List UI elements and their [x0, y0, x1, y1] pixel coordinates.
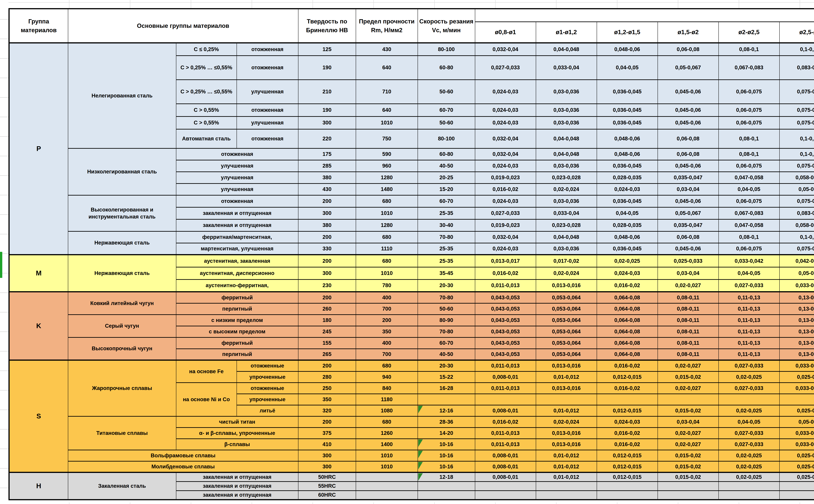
- cell-cutting-speed-vc[interactable]: 60-70: [418, 337, 475, 349]
- cell-feed-2[interactable]: 0,036-0,045: [597, 80, 658, 104]
- cell-strength-rm[interactable]: 1400: [356, 439, 418, 450]
- cell-feed-5[interactable]: 0,075-0,12: [780, 80, 814, 104]
- cell-feed-0[interactable]: 0,024-0,03: [475, 80, 536, 104]
- cell-strength-rm[interactable]: 400: [356, 292, 418, 303]
- cell-hardness-hb[interactable]: 320: [298, 405, 356, 416]
- cell-feed-4[interactable]: 0,06-0,075: [719, 160, 780, 172]
- cell-hardness-hb[interactable]: 155: [298, 337, 356, 349]
- cell-feed-2[interactable]: 0,012-0,015: [597, 472, 658, 482]
- group-letter-k[interactable]: K: [9, 292, 68, 360]
- cell-hardness-hb[interactable]: 280: [298, 371, 356, 383]
- cell-feed-1[interactable]: 0,01-0,012: [536, 461, 597, 472]
- cell-hardness-hb[interactable]: 55HRC: [298, 482, 356, 491]
- material-state[interactable]: улучшенная: [237, 116, 298, 129]
- cell-feed-3[interactable]: 0,08-0,11: [658, 303, 719, 315]
- cell-feed-3[interactable]: 0,08-0,11: [658, 326, 719, 337]
- cell-feed-2[interactable]: [597, 491, 658, 500]
- cell-feed-4[interactable]: 0,027-0,033: [719, 279, 780, 292]
- cell-feed-4[interactable]: 0,08-0,1: [719, 43, 780, 56]
- cell-feed-0[interactable]: 0,024-0,03: [475, 243, 536, 255]
- cell-feed-4[interactable]: 0,06-0,075: [719, 195, 780, 207]
- cell-feed-4[interactable]: 0,02-0,025: [719, 450, 780, 461]
- material-state[interactable]: аустенитная, дисперсионно: [176, 267, 298, 279]
- cell-strength-rm[interactable]: 840: [356, 383, 418, 394]
- cell-feed-2[interactable]: 0,012-0,015: [597, 371, 658, 383]
- cell-feed-0[interactable]: 0,008-0,01: [475, 371, 536, 383]
- cell-hardness-hb[interactable]: 380: [298, 172, 356, 184]
- material-state[interactable]: отожженная: [176, 195, 298, 207]
- cell-hardness-hb[interactable]: 300: [298, 450, 356, 461]
- cell-feed-4[interactable]: 0,08-0,1: [719, 129, 780, 148]
- cell-feed-1[interactable]: 0,017-0,02: [536, 255, 597, 267]
- cell-hardness-hb[interactable]: 190: [298, 104, 356, 116]
- material-state[interactable]: отожженные: [237, 360, 298, 371]
- cell-feed-0[interactable]: 0,011-0,013: [475, 439, 536, 450]
- cell-cutting-speed-vc[interactable]: 40-50: [418, 349, 475, 360]
- material-state[interactable]: аустенитная, закаленная: [176, 255, 298, 267]
- cell-feed-5[interactable]: 0,05-0,08: [780, 416, 814, 428]
- cell-strength-rm[interactable]: 780: [356, 279, 418, 292]
- cell-feed-4[interactable]: 0,11-0,13: [719, 303, 780, 315]
- cell-feed-0[interactable]: 0,011-0,013: [475, 279, 536, 292]
- cell-feed-4[interactable]: 0,11-0,13: [719, 292, 780, 303]
- cell-feed-3[interactable]: [658, 482, 719, 491]
- cell-feed-1[interactable]: 0,013-0,016: [536, 439, 597, 450]
- cell-strength-rm[interactable]: 700: [356, 349, 418, 360]
- cell-feed-5[interactable]: 0,075-0,12: [780, 104, 814, 116]
- cell-cutting-speed-vc[interactable]: 60-80: [418, 148, 475, 160]
- cell-feed-0[interactable]: 0,008-0,01: [475, 405, 536, 416]
- cell-cutting-speed-vc[interactable]: 30-40: [418, 219, 475, 231]
- cell-feed-4[interactable]: 0,04-0,05: [719, 416, 780, 428]
- cell-strength-rm[interactable]: 1010: [356, 450, 418, 461]
- cell-strength-rm[interactable]: 400: [356, 337, 418, 349]
- cell-feed-3[interactable]: 0,045-0,06: [658, 195, 719, 207]
- col-header-material-group[interactable]: Группа материалов: [9, 9, 68, 43]
- cell-feed-5[interactable]: 0,1-0,16: [780, 129, 814, 148]
- cell-feed-4[interactable]: [719, 482, 780, 491]
- cell-hardness-hb[interactable]: 380: [298, 219, 356, 231]
- cell-feed-2[interactable]: 0,036-0,045: [597, 104, 658, 116]
- cell-cutting-speed-vc[interactable]: 15-22: [418, 371, 475, 383]
- cell-feed-3[interactable]: 0,035-0,047: [658, 172, 719, 184]
- cell-feed-0[interactable]: 0,024-0,03: [475, 195, 536, 207]
- cell-feed-0[interactable]: 0,032-0,04: [475, 231, 536, 243]
- cell-feed-4[interactable]: 0,11-0,13: [719, 349, 780, 360]
- cell-feed-0[interactable]: 0,043-0,053: [475, 349, 536, 360]
- cell-feed-1[interactable]: 0,04-0,048: [536, 129, 597, 148]
- col-header-d5[interactable]: ø2,5-ø4: [780, 22, 814, 43]
- cell-feed-1[interactable]: 0,053-0,064: [536, 337, 597, 349]
- cell-feed-5[interactable]: 0,025-0,04: [780, 472, 814, 482]
- cell-feed-1[interactable]: 0,013-0,016: [536, 383, 597, 394]
- cell-hardness-hb[interactable]: 200: [298, 231, 356, 243]
- cell-feed-4[interactable]: 0,06-0,075: [719, 243, 780, 255]
- cell-cutting-speed-vc[interactable]: 60-70: [418, 195, 475, 207]
- cell-feed-1[interactable]: 0,01-0,012: [536, 450, 597, 461]
- cell-feed-1[interactable]: 0,053-0,064: [536, 315, 597, 326]
- cell-feed-4[interactable]: 0,027-0,033: [719, 439, 780, 450]
- cell-feed-4[interactable]: 0,02-0,025: [719, 461, 780, 472]
- cell-feed-3[interactable]: 0,08-0,11: [658, 315, 719, 326]
- cell-hardness-hb[interactable]: 200: [298, 360, 356, 371]
- cell-feed-0[interactable]: 0,016-0,02: [475, 416, 536, 428]
- cell-feed-1[interactable]: 0,053-0,064: [536, 303, 597, 315]
- cell-cutting-speed-vc[interactable]: 25-35: [418, 255, 475, 267]
- cell-strength-rm[interactable]: 200: [356, 315, 418, 326]
- cell-feed-3[interactable]: 0,015-0,02: [658, 472, 719, 482]
- col-header-d2[interactable]: ø1,2-ø1,5: [597, 22, 658, 43]
- cell-feed-0[interactable]: 0,043-0,053: [475, 315, 536, 326]
- cell-feed-0[interactable]: [475, 394, 536, 405]
- cell-feed-1[interactable]: 0,02-0,024: [536, 184, 597, 195]
- cell-feed-2[interactable]: 0,012-0,015: [597, 405, 658, 416]
- cell-feed-0[interactable]: 0,013-0,017: [475, 255, 536, 267]
- cell-feed-1[interactable]: 0,03-0,036: [536, 243, 597, 255]
- cell-cutting-speed-vc[interactable]: 25-35: [418, 207, 475, 219]
- cell-cutting-speed-vc[interactable]: [418, 491, 475, 500]
- material-state[interactable]: улучшенная: [237, 80, 298, 104]
- cell-feed-2[interactable]: 0,012-0,015: [597, 461, 658, 472]
- col-header-d4[interactable]: ø2-ø2,5: [719, 22, 780, 43]
- cell-feed-5[interactable]: 0,075-0,12: [780, 195, 814, 207]
- cell-feed-2[interactable]: [597, 482, 658, 491]
- cell-feed-0[interactable]: [475, 491, 536, 500]
- cell-strength-rm[interactable]: [356, 482, 418, 491]
- cell-feed-3[interactable]: 0,015-0,02: [658, 450, 719, 461]
